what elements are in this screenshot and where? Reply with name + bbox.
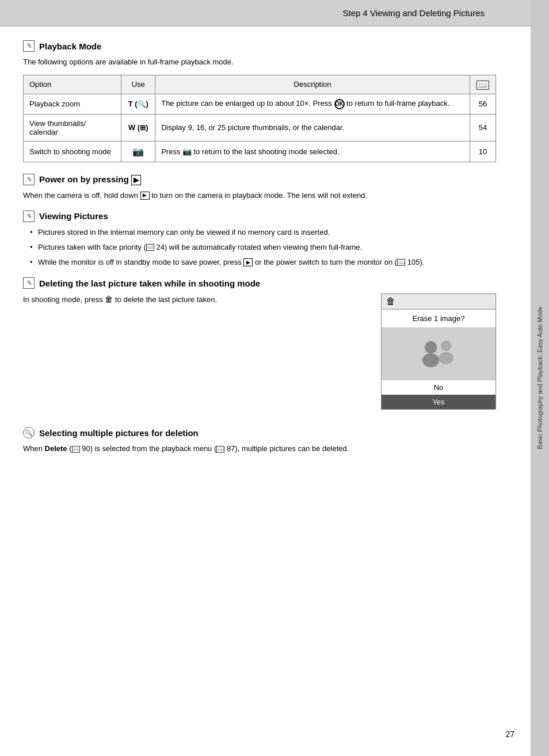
table-cell-ref: 56: [470, 94, 495, 114]
list-item: Pictures stored in the internal memory c…: [30, 227, 496, 238]
table-cell-description: Press 📷 to return to the last shooting m…: [155, 141, 470, 162]
selecting-body: When Delete (📖 90) is selected from the …: [23, 443, 496, 455]
table-cell-ref: 10: [470, 141, 495, 162]
delete-bold: Delete: [45, 444, 67, 453]
table-cell-option: Switch to shooting mode: [24, 141, 121, 162]
table-cell-use: W (⊞): [121, 114, 155, 141]
table-cell-use: T (🔍): [121, 94, 155, 114]
erase-yes-option[interactable]: Yes: [382, 395, 495, 409]
selecting-header: 🔍 Selecting multiple pictures for deleti…: [23, 427, 496, 438]
options-table: Option Use Description 📖 Playback zoom T…: [23, 75, 496, 162]
playback-mode-subtitle: The following options are available in f…: [23, 56, 496, 68]
note-icon-4: ✎: [23, 277, 35, 289]
camera-screen-top: 🗑: [382, 294, 495, 310]
power-on-header: ✎ Power on by pressing ▶: [23, 174, 496, 185]
table-header-option: Option: [24, 75, 121, 94]
table-row: View thumbnails/calendar W (⊞) Display 9…: [24, 114, 496, 141]
table-cell-description: The picture can be enlarged up to about …: [155, 94, 470, 114]
table-header-description: Description: [155, 75, 470, 94]
play-icon-2: ▶: [243, 258, 253, 266]
list-item: Pictures taken with face priority (📖 24)…: [30, 242, 496, 253]
table-row: Switch to shooting mode 📷 Press 📷 to ret…: [24, 141, 496, 162]
erase-no-option[interactable]: No: [382, 380, 495, 395]
delete-section: In shooting mode, press 🗑 to delete the …: [23, 293, 496, 410]
page-header-title: Step 4 Viewing and Deleting Pictures: [342, 8, 508, 18]
viewing-pictures-header: ✎ Viewing Pictures: [23, 211, 496, 222]
deleting-header: ✎ Deleting the last picture taken while …: [23, 277, 496, 289]
note-icon-3: ✎: [23, 211, 35, 222]
page-number: 27: [505, 730, 514, 739]
table-row: Playback zoom T (🔍) The picture can be e…: [24, 94, 496, 114]
ref-icon: 📖: [146, 244, 154, 251]
playback-mode-title: Playback Mode: [39, 41, 101, 51]
image-preview: [415, 331, 462, 377]
selecting-title: Selecting multiple pictures for deletion: [39, 428, 199, 438]
power-on-title: Power on by pressing ▶: [39, 174, 141, 184]
note-icon-5: 🔍: [23, 427, 35, 438]
erase-dialog-title: Erase 1 image?: [382, 310, 495, 328]
table-cell-description: Display 9, 16, or 25 picture thumbnails,…: [155, 114, 470, 141]
deleting-title: Deleting the last picture taken while in…: [39, 278, 260, 288]
viewing-pictures-title: Viewing Pictures: [39, 211, 108, 221]
viewing-pictures-list: Pictures stored in the internal memory c…: [23, 227, 496, 268]
table-cell-ref: 54: [470, 114, 495, 141]
playback-mode-header: ✎ Playback Mode: [23, 40, 496, 52]
svg-point-1: [422, 353, 439, 367]
svg-point-3: [439, 352, 453, 364]
camera-screen-image: [382, 328, 495, 380]
ok-icon: OK: [334, 99, 345, 109]
page-header: Step 4 Viewing and Deleting Pictures: [0, 0, 531, 26]
svg-point-0: [425, 341, 437, 353]
camera-screen: 🗑 Erase 1 image? No Yes: [381, 293, 496, 410]
list-item: While the monitor is off in standby mode…: [30, 257, 496, 268]
table-cell-option: Playback zoom: [24, 94, 121, 114]
table-header-ref: 📖: [470, 75, 495, 94]
table-cell-use: 📷: [121, 141, 155, 162]
ref-icon-3: 📖: [72, 446, 80, 453]
trash-icon: 🗑: [386, 296, 395, 307]
play-icon: ▶: [140, 192, 150, 200]
note-icon: ✎: [23, 40, 35, 52]
note-icon-2: ✎: [23, 174, 35, 185]
table-header-use: Use: [121, 75, 155, 94]
svg-point-2: [441, 341, 452, 352]
ref-icon-2: 📖: [397, 259, 405, 266]
delete-text: In shooting mode, press 🗑 to delete the …: [23, 293, 369, 312]
power-on-body: When the camera is off, hold down ▶ to t…: [23, 190, 496, 201]
sidebar: Basic Photography and Playback: Easy Aut…: [531, 0, 549, 756]
ref-icon-4: 📖: [216, 446, 224, 453]
table-cell-option: View thumbnails/calendar: [24, 114, 121, 141]
sidebar-label: Basic Photography and Playback: Easy Aut…: [536, 307, 544, 449]
deleting-body: In shooting mode, press 🗑 to delete the …: [23, 293, 369, 306]
